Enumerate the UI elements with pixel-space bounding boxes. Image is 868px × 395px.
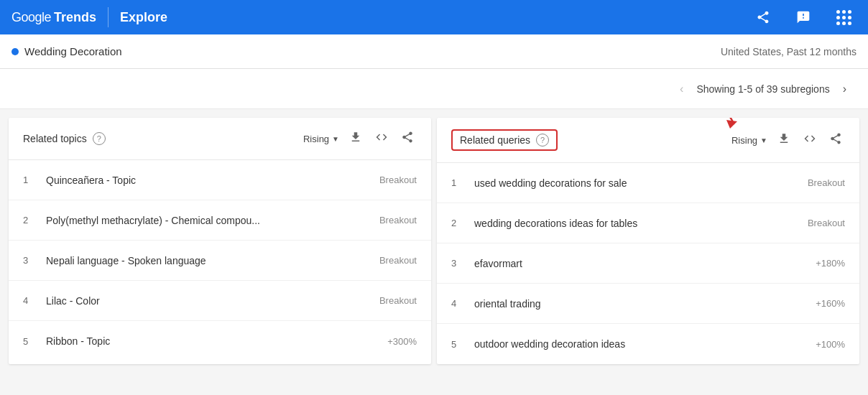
google-wordmark: Google	[11, 10, 51, 25]
topics-rising-dropdown[interactable]: Rising ▼	[303, 134, 339, 144]
row-value: Breakout	[379, 175, 417, 185]
apps-icon-button[interactable]	[831, 4, 857, 30]
row-label[interactable]: wedding decorations ideas for tables	[468, 218, 808, 229]
queries-filter-label: Rising	[731, 135, 757, 146]
row-value: +100%	[816, 339, 845, 350]
topics-share-icon[interactable]	[398, 129, 417, 148]
queries-rows: 1 used wedding decorations for sale Brea…	[437, 163, 859, 364]
related-topics-card: Related topics ? Rising ▼	[9, 118, 431, 364]
row-label[interactable]: Lilac - Color	[40, 295, 379, 307]
related-queries-controls: Rising ▼	[731, 131, 845, 149]
row-value: Breakout	[379, 255, 417, 266]
table-row: 5 outdoor wedding decoration ideas +100%	[437, 324, 859, 364]
related-queries-title-highlight: Related queries ?	[451, 129, 558, 151]
subheader-left: Wedding Decoration	[11, 45, 122, 57]
grid-icon	[836, 10, 851, 25]
row-number: 4	[451, 298, 468, 309]
related-queries-help-icon[interactable]: ?	[536, 134, 549, 147]
queries-dropdown-arrow: ▼	[760, 136, 767, 144]
related-topics-help-icon[interactable]: ?	[93, 132, 106, 145]
row-label[interactable]: outdoor wedding decoration ideas	[468, 338, 816, 350]
row-value: Breakout	[808, 218, 845, 228]
explore-label: Explore	[120, 10, 167, 25]
topics-download-icon[interactable]	[346, 129, 365, 148]
topics-embed-icon[interactable]	[372, 129, 391, 148]
main-content: Related topics ? Rising ▼	[0, 115, 868, 367]
trends-wordmark: Trends	[54, 10, 96, 25]
row-value: Breakout	[379, 215, 417, 226]
subregion-showing-text: Showing 1-5 of 39 subregions	[696, 83, 829, 95]
table-row: 2 wedding decorations ideas for tables B…	[437, 203, 859, 243]
header-icons	[750, 4, 857, 30]
table-row: 3 Nepali language - Spoken language Brea…	[9, 241, 431, 281]
row-label[interactable]: Poly(methyl methacrylate) - Chemical com…	[40, 215, 379, 226]
svg-marker-0	[726, 120, 737, 129]
related-queries-card: Related queries ? Rising ▼	[437, 118, 859, 364]
related-topics-header: Related topics ? Rising ▼	[9, 118, 431, 160]
row-value: Breakout	[808, 177, 845, 188]
region-info: United States, Past 12 months	[721, 46, 857, 57]
row-value: +180%	[816, 258, 845, 269]
row-number: 3	[23, 255, 40, 266]
table-row: 4 oriental trading +160%	[437, 284, 859, 324]
row-number: 1	[451, 177, 468, 188]
queries-share-icon[interactable]	[826, 131, 845, 149]
row-label[interactable]: oriental trading	[468, 298, 816, 310]
next-arrow[interactable]: ›	[839, 80, 851, 98]
row-number: 5	[23, 336, 40, 347]
feedback-icon-button[interactable]	[790, 4, 816, 30]
queries-embed-icon[interactable]	[800, 131, 819, 149]
related-topics-controls: Rising ▼	[303, 129, 417, 148]
row-number: 5	[451, 339, 468, 350]
table-row: 3 efavormart +180%	[437, 243, 859, 284]
row-label[interactable]: Ribbon - Topic	[40, 335, 387, 347]
row-number: 2	[451, 218, 468, 228]
table-row: 1 used wedding decorations for sale Brea…	[437, 163, 859, 203]
row-value: +160%	[816, 298, 845, 309]
table-row: 2 Poly(methyl methacrylate) - Chemical c…	[9, 200, 431, 241]
row-label[interactable]: Nepali language - Spoken language	[40, 255, 379, 266]
row-label[interactable]: Quinceañera - Topic	[40, 175, 379, 186]
topic-color-dot	[11, 48, 19, 55]
related-queries-title: Related queries	[460, 134, 530, 146]
row-number: 1	[23, 175, 40, 185]
topics-rows: 1 Quinceañera - Topic Breakout 2 Poly(me…	[9, 160, 431, 361]
row-number: 4	[23, 295, 40, 306]
related-queries-header: Related queries ? Rising ▼	[437, 118, 859, 163]
row-value: +300%	[387, 336, 417, 347]
header-left: Google Trends Explore	[11, 7, 167, 27]
google-trends-logo: Google Trends	[11, 10, 96, 25]
table-row: 4 Lilac - Color Breakout	[9, 281, 431, 321]
table-row: 1 Quinceañera - Topic Breakout	[9, 160, 431, 200]
subheader: Wedding Decoration United States, Past 1…	[0, 34, 868, 69]
queries-download-icon[interactable]	[775, 131, 793, 149]
topics-dropdown-arrow: ▼	[332, 135, 339, 143]
share-icon-button[interactable]	[750, 4, 776, 30]
row-label[interactable]: used wedding decorations for sale	[468, 177, 808, 189]
table-row: 5 Ribbon - Topic +300%	[9, 321, 431, 361]
related-topics-title-group: Related topics ?	[23, 132, 106, 145]
annotation-arrow	[687, 118, 744, 135]
subregion-bar: ‹ Showing 1-5 of 39 subregions ›	[0, 69, 868, 109]
row-number: 3	[451, 258, 468, 269]
related-queries-title-group: Related queries ?	[451, 129, 558, 151]
header-divider	[108, 7, 108, 27]
topic-title: Wedding Decoration	[24, 45, 122, 57]
row-label[interactable]: efavormart	[468, 258, 816, 269]
subregion-nav: ‹ Showing 1-5 of 39 subregions ›	[675, 80, 851, 98]
related-topics-title: Related topics	[23, 133, 87, 144]
prev-arrow[interactable]: ‹	[675, 80, 688, 98]
row-value: Breakout	[379, 295, 417, 306]
topics-filter-label: Rising	[303, 134, 329, 144]
row-number: 2	[23, 215, 40, 226]
app-header: Google Trends Explore	[0, 0, 868, 34]
queries-rising-dropdown[interactable]: Rising ▼	[731, 135, 767, 146]
